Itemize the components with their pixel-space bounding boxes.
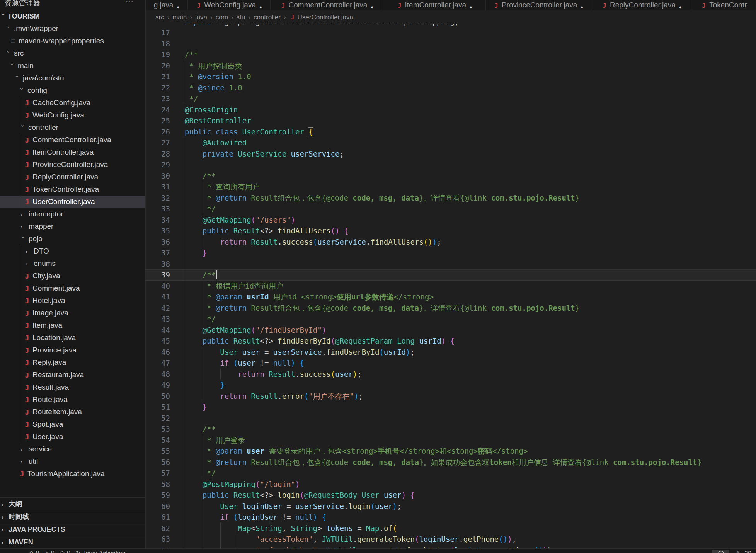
- code-line-16[interactable]: import org.springframework.web.bind.anno…: [146, 24, 756, 27]
- code-line-59[interactable]: 59 public Result<?> login(@RequestBody U…: [146, 490, 756, 501]
- dirty-indicator-icon[interactable]: ●: [259, 5, 262, 9]
- tree-item-itemcontroller-java[interactable]: JItemController.java: [0, 146, 145, 158]
- tree-item-src[interactable]: ›src: [0, 47, 145, 60]
- code-line-23[interactable]: 23 */: [146, 93, 756, 104]
- code-line-64[interactable]: 64 "refreshToken", JWTUtil.generateRefre…: [146, 545, 756, 549]
- tab-tokencontr[interactable]: JTokenContr: [692, 0, 756, 10]
- code-line-22[interactable]: 22 * @since 1.0: [146, 82, 756, 94]
- tree-item-commentcontroller-java[interactable]: JCommentController.java: [0, 134, 145, 146]
- breadcrumb-file[interactable]: UserController.java: [297, 14, 353, 21]
- tree-item-result-java[interactable]: JResult.java: [0, 381, 145, 393]
- tree-item-maven-wrapper-properties[interactable]: ☰maven-wrapper.properties: [0, 35, 145, 47]
- tree-item-hotel-java[interactable]: JHotel.java: [0, 294, 145, 307]
- code-line-63[interactable]: 63 "accessToken", JWTUtil.generateToken(…: [146, 534, 756, 545]
- tree-item--mvn-wrapper[interactable]: ›.mvn\wrapper: [0, 22, 145, 35]
- section-java-projects[interactable]: ›JAVA PROJECTS: [0, 523, 145, 536]
- tree-item-pojo[interactable]: ›pojo: [0, 233, 145, 245]
- code-line-17[interactable]: 17: [146, 27, 756, 38]
- tree-item-config[interactable]: ›config: [0, 84, 145, 97]
- tree-item-main[interactable]: ›main: [0, 60, 145, 72]
- tab-replycontroller-java[interactable]: JReplyController.java●: [591, 0, 692, 10]
- breadcrumb-item-main[interactable]: main: [172, 14, 187, 21]
- tree-item-restaurant-java[interactable]: JRestaurant.java: [0, 369, 145, 381]
- code-line-61[interactable]: 61 if (loginUser != null) {: [146, 512, 756, 523]
- code-line-32[interactable]: 32 * @return Result组合包，包含{@code code, ms…: [146, 192, 756, 204]
- code-line-49[interactable]: 49 }: [146, 379, 756, 391]
- status-item-warning-icon[interactable]: △0: [44, 550, 54, 553]
- code-line-58[interactable]: 58 @PostMapping("/login"): [146, 479, 756, 490]
- dirty-indicator-icon[interactable]: ●: [470, 5, 472, 9]
- code-line-52[interactable]: 52: [146, 413, 756, 424]
- code-line-19[interactable]: 19/**: [146, 49, 756, 60]
- code-line-45[interactable]: 45 public Result<?> findUserById(@Reques…: [146, 335, 756, 347]
- status-item-error-circle-icon[interactable]: ⊘0: [29, 550, 39, 553]
- code-line-38[interactable]: 38: [146, 259, 756, 270]
- code-line-55[interactable]: 55 * @param user 需要登录的用户，包含<strong>手机号</…: [146, 446, 756, 457]
- tree-item-image-java[interactable]: JImage.java: [0, 307, 145, 319]
- code-line-36[interactable]: 36 return Result.success(userService.fin…: [146, 237, 756, 248]
- dirty-indicator-icon[interactable]: ●: [581, 5, 583, 9]
- breadcrumb-item-controller[interactable]: controller: [254, 14, 281, 21]
- project-root-row[interactable]: › TOURISM: [0, 10, 145, 22]
- tree-item-interceptor[interactable]: ›interceptor: [0, 208, 145, 220]
- code-line-24[interactable]: 24@CrossOrigin: [146, 104, 756, 116]
- breadcrumb-item-stu[interactable]: stu: [237, 14, 245, 21]
- code-line-46[interactable]: 46 User user = userService.findUserById(…: [146, 347, 756, 358]
- more-actions-icon[interactable]: ⋯: [126, 0, 133, 6]
- tree-item-route-java[interactable]: JRoute.java: [0, 393, 145, 406]
- breadcrumb-item-java[interactable]: java: [195, 14, 207, 21]
- tree-item-comment-java[interactable]: JComment.java: [0, 282, 145, 294]
- code-line-39[interactable]: 39 /**: [146, 269, 756, 281]
- status-item-sync-icon[interactable]: ↻Java: Activating...: [76, 550, 131, 553]
- tree-item-usercontroller-java[interactable]: JUserController.java: [0, 196, 145, 208]
- code-line-53[interactable]: 53 /**: [146, 424, 756, 435]
- code-line-60[interactable]: 60 User loginUser = userService.login(us…: [146, 501, 756, 512]
- tree-item-controller[interactable]: ›controller: [0, 121, 145, 134]
- breadcrumb-item-com[interactable]: com: [216, 14, 228, 21]
- code-line-31[interactable]: 31 * 查询所有用户: [146, 181, 756, 192]
- tree-item-routeitem-java[interactable]: JRouteItem.java: [0, 406, 145, 418]
- code-line-54[interactable]: 54 * 用户登录: [146, 435, 756, 446]
- tree-item-reply-java[interactable]: JReply.java: [0, 356, 145, 369]
- code-line-30[interactable]: 30 /**: [146, 170, 756, 182]
- code-line-34[interactable]: 34 @GetMapping("/users"): [146, 214, 756, 226]
- tab-itemcontroller-java[interactable]: JItemController.java●: [383, 0, 485, 10]
- code-line-27[interactable]: 27 @Autowired: [146, 137, 756, 148]
- code-line-37[interactable]: 37 }: [146, 247, 756, 259]
- section-maven[interactable]: ›MAVEN: [0, 536, 145, 548]
- tree-item-city-java[interactable]: JCity.java: [0, 270, 145, 282]
- code-line-41[interactable]: 41 * @param usrId 用户id <strong>使用url参数传递…: [146, 291, 756, 303]
- code-line-40[interactable]: 40 * 根据用户id查询用户: [146, 281, 756, 292]
- tree-item-provincecontroller-java[interactable]: JProvinceController.java: [0, 158, 145, 171]
- code-line-43[interactable]: 43 */: [146, 313, 756, 325]
- code-editor[interactable]: import org.springframework.web.bind.anno…: [146, 24, 756, 548]
- code-line-18[interactable]: 18: [146, 38, 756, 49]
- code-line-28[interactable]: 28 private UserService userService;: [146, 148, 756, 160]
- code-line-20[interactable]: 20 * 用户控制器类: [146, 60, 756, 71]
- code-line-56[interactable]: 56 * @return Result组合包，包含{@code code, ms…: [146, 457, 756, 468]
- dirty-indicator-icon[interactable]: ●: [371, 5, 373, 9]
- code-line-26[interactable]: 26public class UserController {: [146, 126, 756, 138]
- breadcrumb-item-src[interactable]: src: [155, 14, 164, 21]
- tree-item-province-java[interactable]: JProvince.java: [0, 344, 145, 356]
- code-line-50[interactable]: 50 return Result.error("用户不存在");: [146, 391, 756, 402]
- tree-item-enums[interactable]: ›enums: [0, 257, 145, 270]
- tab-provincecontroller-java[interactable]: JProvinceController.java●: [486, 0, 591, 10]
- code-line-48[interactable]: 48 return Result.success(user);: [146, 369, 756, 380]
- tree-item-user-java[interactable]: JUser.java: [0, 430, 145, 443]
- code-line-21[interactable]: 21 * @version 1.0: [146, 71, 756, 82]
- dirty-indicator-icon[interactable]: ●: [679, 5, 682, 9]
- section-大纲[interactable]: ›大纲: [0, 497, 145, 510]
- tree-item-webconfig-java[interactable]: JWebConfig.java: [0, 109, 145, 121]
- search-button[interactable]: [712, 550, 729, 553]
- code-line-33[interactable]: 33 */: [146, 203, 756, 214]
- tab-webconfig-java[interactable]: JWebConfig.java●: [188, 0, 271, 10]
- tab-g-java[interactable]: g.java●: [146, 0, 188, 10]
- code-line-25[interactable]: 25@RestController: [146, 115, 756, 126]
- tree-item-item-java[interactable]: JItem.java: [0, 319, 145, 332]
- tab-commentcontroller-java[interactable]: JCommentController.java●: [271, 0, 383, 10]
- tree-item-spot-java[interactable]: JSpot.java: [0, 418, 145, 430]
- tree-item-java-com-stu[interactable]: ›java\com\stu: [0, 72, 145, 84]
- tree-item-mapper[interactable]: ›mapper: [0, 220, 145, 233]
- code-line-51[interactable]: 51 }: [146, 402, 756, 413]
